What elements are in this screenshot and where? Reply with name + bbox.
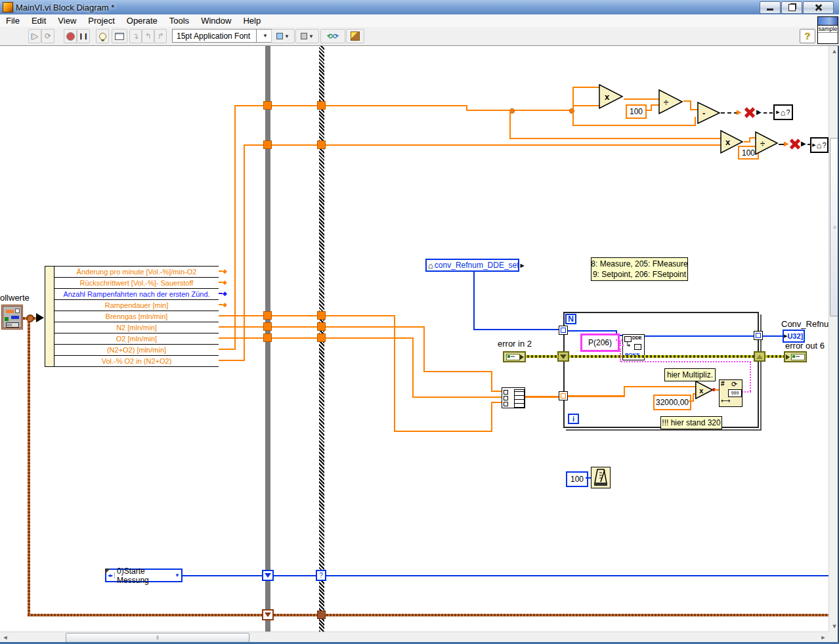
- menu-file[interactable]: File: [0, 16, 26, 26]
- tunnel-case-gray-bar[interactable]: [262, 570, 274, 581]
- missing-subvi-node-2[interactable]: ▶ ⌂ ?: [810, 137, 828, 153]
- tunnel-orange[interactable]: [317, 311, 326, 320]
- number-to-string-node[interactable]: # ⟳ 999 ⟷: [719, 379, 742, 407]
- unbundle-row[interactable]: Anzahl Rampenfahrten nach der ersten Zün…: [54, 289, 219, 300]
- run-button[interactable]: ▶: [28, 29, 41, 43]
- loop-count-terminal[interactable]: N: [565, 314, 576, 324]
- free-label-multipliz[interactable]: hier Multipliz.: [664, 368, 716, 381]
- wire-string-a[interactable]: [742, 391, 751, 393]
- cleanup-diagram-button[interactable]: [346, 29, 364, 43]
- enum-dropdown-icon[interactable]: ▼: [175, 572, 181, 578]
- tunnel-cluster-gray-bar[interactable]: [262, 609, 274, 620]
- wire-string-c[interactable]: [621, 361, 751, 362]
- sollwerte-cluster-terminal[interactable]: 906: [1, 305, 23, 330]
- menu-help[interactable]: Help: [237, 16, 267, 26]
- run-continuous-button[interactable]: ⟳: [41, 29, 54, 43]
- unbundle-row[interactable]: Rückschrittwert [Vol.-%]- Sauerstoff: [54, 278, 219, 289]
- tunnel-refnum-in[interactable]: [559, 326, 568, 335]
- wire-brenngas-in[interactable]: [491, 402, 502, 403]
- broken-wire-x-2[interactable]: [790, 139, 800, 149]
- retain-wire-values-button[interactable]: [112, 29, 127, 43]
- wire-vol-up[interactable]: [244, 144, 245, 361]
- wire-case-select[interactable]: [183, 575, 828, 576]
- wire-refnum-out-inside[interactable]: [645, 335, 754, 337]
- free-label-stand320[interactable]: !!! hier stand 320: [660, 416, 722, 429]
- error-out-terminal[interactable]: [784, 351, 807, 362]
- menu-operate[interactable]: Operate: [121, 16, 163, 26]
- font-selector[interactable]: 15pt Application Font: [172, 29, 264, 43]
- align-objects-button[interactable]: ▼: [271, 29, 295, 43]
- shift-register-left[interactable]: [557, 351, 569, 362]
- wire-n2o2-up[interactable]: [234, 106, 236, 350]
- step-over-button[interactable]: ↰: [142, 29, 154, 43]
- tunnel-orange[interactable]: [317, 333, 326, 342]
- menu-project[interactable]: Project: [82, 16, 120, 26]
- title-bar[interactable]: MainVI.vi Block Diagram *: [0, 0, 839, 14]
- pause-button[interactable]: ❙❙: [77, 29, 90, 43]
- wire-refnum-inside[interactable]: [568, 330, 617, 332]
- diamond-row2[interactable]: ◆: [223, 280, 227, 286]
- wire-array-out[interactable]: [525, 396, 563, 398]
- enum-value[interactable]: 0)Starte Messung: [115, 567, 175, 585]
- for-loop-structure[interactable]: [563, 312, 759, 428]
- unbundle-row[interactable]: Vol.-% O2 in (N2+O2): [54, 356, 219, 366]
- wire-array-inside[interactable]: [568, 395, 625, 397]
- global-variable-node[interactable]: ⌂ conv_Refnum_DDE_set ▶: [425, 259, 519, 272]
- scroll-right-arrow[interactable]: ►: [818, 632, 828, 643]
- wire-mul1-out[interactable]: [624, 98, 659, 100]
- wire-n2-in[interactable]: [491, 391, 502, 392]
- shift-register-right[interactable]: [754, 351, 765, 362]
- horizontal-scrollbar[interactable]: ◄ ⦀ ►: [0, 632, 828, 643]
- wire-cluster-down[interactable]: [28, 320, 30, 615]
- wire-broken-1a[interactable]: [721, 112, 738, 114]
- constant-32000[interactable]: 32000,00: [653, 395, 691, 410]
- unbundle-row[interactable]: (N2+O2) [mln/min]: [54, 345, 219, 356]
- constant-100-top[interactable]: 100: [626, 104, 647, 119]
- step-out-button[interactable]: ↱: [154, 29, 167, 43]
- wire-mul2-in2[interactable]: [244, 144, 721, 146]
- wire-n2-down[interactable]: [423, 326, 425, 372]
- menu-view[interactable]: View: [52, 16, 82, 26]
- wire-string-b[interactable]: [750, 362, 751, 391]
- menu-tools[interactable]: Tools: [163, 16, 195, 26]
- step-into-button[interactable]: ↴: [129, 29, 142, 43]
- unbundle-row[interactable]: Rampendauer [min]: [54, 300, 219, 311]
- missing-subvi-node-1[interactable]: ▶ ⌂ ?: [773, 104, 793, 120]
- highlight-execution-button[interactable]: [96, 29, 109, 43]
- loop-iteration-terminal[interactable]: i: [568, 414, 579, 424]
- wire-branch-b[interactable]: [509, 110, 511, 139]
- wire-branch-a[interactable]: [572, 87, 574, 126]
- for-loop-resize-handle[interactable]: [748, 418, 758, 427]
- tunnel-refnum-out[interactable]: [754, 331, 763, 340]
- diamond-row1[interactable]: ◆: [223, 268, 227, 274]
- wire-p206-in[interactable]: [620, 345, 624, 346]
- distribute-objects-button[interactable]: ▼: [295, 29, 319, 43]
- tunnel-orange[interactable]: [263, 101, 272, 110]
- tunnel-orange[interactable]: [263, 333, 272, 342]
- tunnel-orange[interactable]: [263, 322, 272, 331]
- wire-error-in[interactable]: [525, 355, 558, 358]
- wire-refnum-down[interactable]: [473, 272, 475, 330]
- wire-brenngas-up[interactable]: [491, 402, 492, 432]
- menu-edit[interactable]: Edit: [26, 16, 52, 26]
- subtract-node[interactable]: -: [697, 102, 721, 127]
- scroll-left-arrow[interactable]: ◄: [0, 632, 11, 643]
- wire-100-up[interactable]: [651, 105, 652, 111]
- horizontal-scroll-thumb[interactable]: ⦀: [66, 633, 249, 643]
- build-array-node[interactable]: [502, 387, 525, 408]
- wire-n2-b[interactable]: [423, 371, 492, 372]
- wire-string-d[interactable]: [620, 349, 621, 362]
- comment-box[interactable]: 8: Measure, 205: FMeasure 9: Setpoint, 2…: [591, 257, 688, 281]
- app-icon[interactable]: [3, 2, 13, 12]
- tunnel-array-in[interactable]: [559, 391, 568, 400]
- wire-array-mul[interactable]: [624, 386, 696, 387]
- wire-array-up[interactable]: [624, 387, 625, 396]
- wire-o2-in[interactable]: [412, 397, 502, 398]
- case-selector-terminal[interactable]: ?: [316, 570, 326, 581]
- unbundle-row[interactable]: O2 [mln/min]: [54, 333, 219, 345]
- diamond-row4[interactable]: ◆: [223, 302, 227, 308]
- wire-refnum-right[interactable]: [473, 329, 559, 330]
- tunnel-orange[interactable]: [263, 311, 272, 320]
- tunnel-orange[interactable]: [263, 140, 272, 149]
- divide-node-1[interactable]: ÷: [658, 89, 683, 117]
